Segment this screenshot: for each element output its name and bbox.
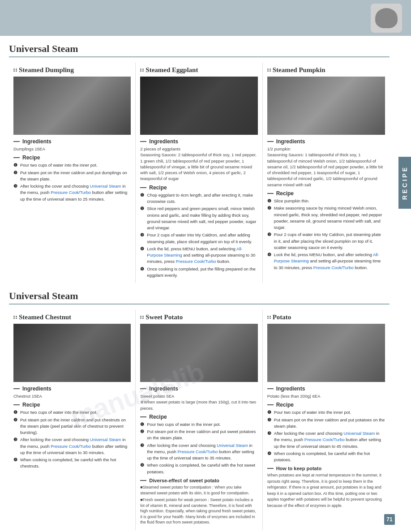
pumpkin-link1[interactable]: All-Purpose Steaming (274, 252, 379, 263)
pumpkin-link2[interactable]: Pressure Cook/Turbo (313, 265, 354, 270)
dumpling-step-1: ❶ Pour two cups of water into the inner … (13, 162, 131, 168)
chestnut-ingredients: Chestnut 15EA (13, 393, 131, 399)
recipe-tab: RECIPE (398, 157, 411, 209)
dumpling-step-2: ❷ Put steam pot on the inner caldron and… (13, 170, 131, 183)
chestnut-link1[interactable]: Universal Steam (90, 437, 121, 442)
potato-ingredients-title: Ingredients (267, 386, 385, 392)
sweetpotato-image (140, 324, 257, 382)
eggplant-link1[interactable]: All-Purpose Steaming (147, 246, 242, 257)
sweetpotato-steps: ❶ Pour two cups of water in the inner po… (140, 421, 257, 475)
sweetpotato-link1[interactable]: Universal Steam (217, 443, 248, 448)
eggplant-ingredients: 2 pieces of eggplantsSeasoning Sauces: 2… (140, 146, 257, 182)
sweetpotato-link2[interactable]: Pressure Cook/Turbo (177, 449, 218, 454)
main-content: Universal Steam Steamed Dumpling Ingredi… (0, 36, 398, 532)
section2-grid: Steamed Chestnut Ingredients Chestnut 15… (9, 310, 390, 530)
pumpkin-ingredients-title: Ingredients (267, 138, 385, 145)
tab-label: RECIPE (401, 166, 408, 200)
potato-title: Potato (267, 313, 385, 321)
dots-icon-pumpkin (267, 69, 271, 72)
pumpkin-title: Steamed Pumpkin (267, 66, 385, 74)
pumpkin-recipe-title: Recipe (267, 190, 385, 197)
recipe-card-eggplant: Steamed Eggplant Ingredients 2 pieces of… (136, 63, 262, 283)
dumpling-link1[interactable]: Universal Steam (90, 184, 121, 189)
diverse-effect-item-2: ■Fresh sweet potato for weak person : Sw… (140, 497, 257, 525)
dumpling-image (13, 77, 131, 135)
section1-grid: Steamed Dumpling Ingredients Dumplings 1… (9, 63, 390, 283)
dumpling-step-3: ❸ After locking the cover and choosing U… (13, 183, 131, 202)
appliance-image (371, 4, 402, 33)
dots-icon-chestnut (13, 316, 17, 319)
eggplant-steps: ❶ Chop eggplant to 4cm length, and after… (140, 192, 257, 279)
dumpling-title: Steamed Dumpling (13, 66, 131, 74)
chestnut-title: Steamed Chestnut (13, 313, 131, 321)
dumpling-link2[interactable]: Pressure Cook/Turbo (51, 190, 91, 195)
dumpling-steps: ❶ Pour two cups of water into the inner … (13, 162, 131, 202)
chestnut-steps: ❶ Pour two cups of water into the inner … (13, 409, 131, 469)
eggplant-link2[interactable]: Pressure Cook/Turbo (176, 259, 216, 264)
dots-icon-eggplant (140, 69, 144, 72)
dumpling-ingredients: Dumplings 15EA (13, 146, 131, 152)
dots-icon-dumpling (13, 69, 17, 72)
recipe-card-pumpkin: Steamed Pumpkin Ingredients 1/2 pumpkinS… (263, 63, 390, 283)
top-header (0, 0, 411, 36)
eggplant-ingredients-title: Ingredients (140, 138, 257, 145)
how-to-keep-title: How to keep potato (267, 466, 385, 471)
dots-icon-potato (267, 316, 271, 319)
dots-icon-sweetpotato (140, 316, 144, 319)
diverse-effect-section: Diverse-effect of sweet potato ■Steamed … (140, 478, 257, 525)
diverse-effect-title: Diverse-effect of sweet potato (140, 478, 257, 483)
potato-image (267, 324, 385, 382)
page-number: 71 (384, 514, 395, 525)
dumpling-ingredients-title: Ingredients (13, 138, 131, 145)
pumpkin-steps: ❶ Slice pumpkin thin. ❷ Make seasoning s… (267, 198, 385, 271)
potato-link1[interactable]: Universal Steam (343, 431, 375, 436)
potato-link2[interactable]: Pressure Cook/Turbo (304, 437, 345, 442)
potato-steps: ❶ Pour two cups of water into the inner … (267, 409, 385, 463)
pumpkin-image (267, 77, 385, 135)
chestnut-link2[interactable]: Pressure Cook/Turbo (51, 444, 91, 449)
sweetpotato-ingredients-title: Ingredients (140, 386, 257, 392)
eggplant-recipe-title: Recipe (140, 184, 257, 191)
eggplant-title: Steamed Eggplant (140, 66, 257, 74)
potato-ingredients: Potato (less than 200g) 6EA (267, 393, 385, 399)
diverse-effect-item-1: ■Steamed sweet potato for constipation :… (140, 485, 257, 496)
section2-title: Universal Steam (9, 290, 390, 305)
sweetpotato-ingredients: Sweet potato 5EA※When sweet potato is la… (140, 393, 257, 411)
recipe-card-sweetpotato: Sweet Potato Ingredients Sweet potato 5E… (136, 310, 262, 530)
sweetpotato-title: Sweet Potato (140, 313, 257, 321)
recipe-card-dumpling: Steamed Dumpling Ingredients Dumplings 1… (9, 63, 136, 283)
potato-recipe-title: Recipe (267, 402, 385, 408)
recipe-card-chestnut: Steamed Chestnut Ingredients Chestnut 15… (9, 310, 136, 530)
recipe-card-potato: Potato Ingredients Potato (less than 200… (263, 310, 390, 530)
eggplant-image (140, 77, 257, 135)
pumpkin-ingredients: 1/2 pumpkinSeasoning Sauces: 1 tablespoo… (267, 146, 385, 188)
dumpling-recipe-title: Recipe (13, 154, 131, 161)
keep-text: When potatoes are kept at normal tempera… (267, 472, 385, 509)
chestnut-recipe-title: Recipe (13, 402, 131, 408)
section1-title: Universal Steam (9, 43, 390, 57)
sweetpotato-recipe-title: Recipe (140, 414, 257, 420)
chestnut-ingredients-title: Ingredients (13, 386, 131, 392)
chestnut-image (13, 324, 131, 382)
how-to-keep-section: How to keep potato When potatoes are kep… (267, 466, 385, 509)
